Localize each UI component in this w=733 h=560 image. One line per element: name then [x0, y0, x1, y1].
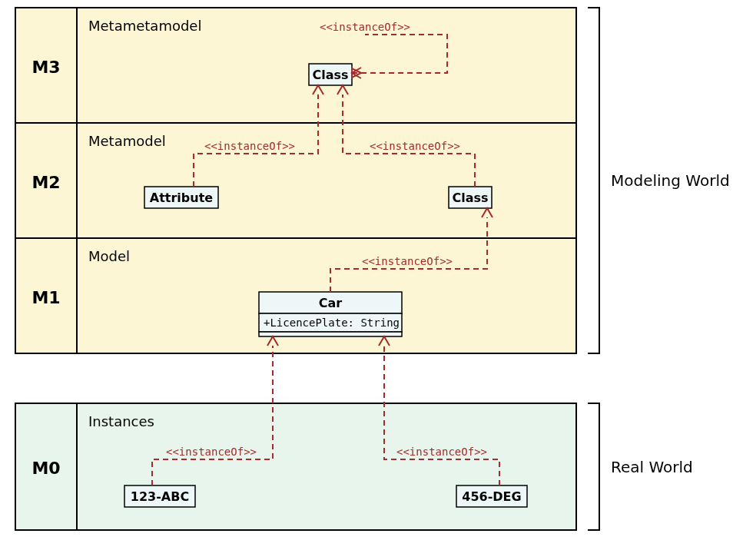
real-world-block: M0 Instances 123-ABC 456-DEG <<instanceO…	[15, 336, 576, 530]
m1-car-label: Car	[319, 296, 343, 310]
m2-attribute-box: Attribute	[144, 187, 218, 208]
label-real-world: Real World	[611, 458, 693, 476]
label-modeling-world: Modeling World	[611, 171, 730, 190]
m2-class-label: Class	[452, 191, 488, 205]
layer-m3-id: M3	[32, 58, 60, 77]
layer-m2-id: M2	[32, 173, 60, 192]
stereo-inst1: <<instanceOf>>	[166, 446, 257, 458]
stereo-m2class: <<instanceOf>>	[370, 140, 460, 152]
m1-car-attr: +LicencePlate: String	[264, 316, 400, 329]
m0-instance-2-box: 456-DEG	[456, 485, 527, 507]
brackets: Modeling World Real World	[588, 8, 730, 530]
m0-instance-1-box: 123-ABC	[124, 485, 195, 507]
bracket-real	[588, 403, 599, 530]
layer-m2-title: Metamodel	[88, 133, 166, 149]
m2-attribute-label: Attribute	[150, 191, 214, 205]
bracket-modeling	[588, 8, 599, 353]
layer-m0-title: Instances	[88, 413, 154, 429]
stereo-m3-self: <<instanceOf>>	[320, 21, 410, 33]
diagram-root: M3 Metametamodel Class <<instanceOf>> M2…	[0, 0, 733, 560]
layer-m0-id: M0	[32, 459, 60, 478]
m0-instance-2-label: 456-DEG	[462, 489, 521, 504]
m2-class-box: Class	[449, 187, 492, 208]
m3-class-label: Class	[312, 68, 348, 82]
modeling-world-block: M3 Metametamodel Class <<instanceOf>> M2…	[15, 8, 576, 353]
layer-m1-id: M1	[32, 288, 60, 307]
m3-class-box: Class	[309, 64, 352, 85]
m1-car-box: Car +LicencePlate: String	[259, 292, 402, 336]
stereo-car: <<instanceOf>>	[362, 255, 453, 267]
svg-rect-9	[259, 332, 402, 336]
m0-instance-1-label: 123-ABC	[131, 489, 189, 504]
layer-m3-title: Metametamodel	[88, 18, 201, 34]
layer-m1-title: Model	[88, 248, 130, 264]
stereo-inst2: <<instanceOf>>	[396, 446, 487, 458]
stereo-attribute: <<instanceOf>>	[204, 140, 295, 152]
